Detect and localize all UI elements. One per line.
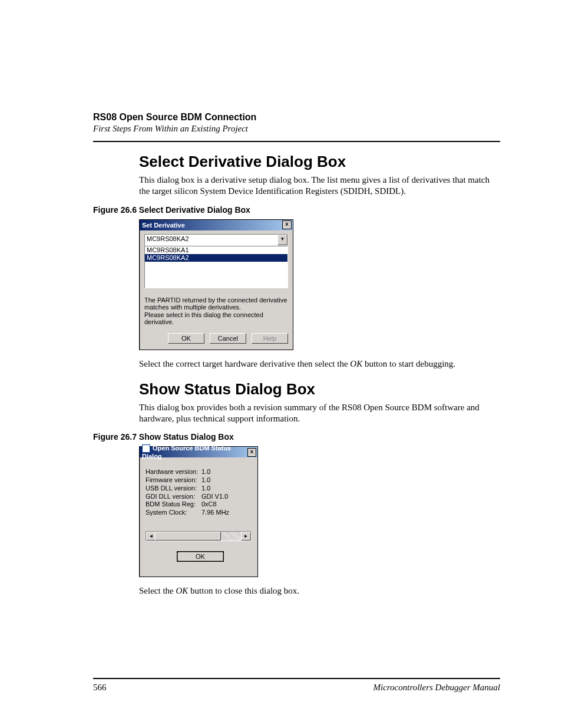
dialog1-message-line1: The PARTID returned by the connected der… — [144, 297, 288, 311]
ok-button[interactable]: OK — [168, 333, 204, 344]
page-number: 566 — [93, 683, 107, 693]
page-footer: 566 Microcontrollers Debugger Manual — [93, 678, 500, 693]
status-value: 1.0 — [201, 476, 210, 485]
status-dialog: Open Source BDM Status Dialog × Hardware… — [139, 446, 258, 577]
dialog2-title-wrap: Open Source BDM Status Dialog — [142, 444, 247, 460]
scroll-thumb[interactable] — [155, 532, 221, 541]
ok-emphasis: OK — [176, 586, 188, 595]
text-run: button to close this dialog box. — [188, 586, 299, 595]
list-item[interactable]: MC9RS08KA1 — [145, 246, 287, 254]
dialog2-title-text: Open Source BDM Status Dialog — [142, 444, 231, 460]
status-value: GDI V1.0 — [201, 493, 228, 501]
dialog1-message-line2: Please select in this dialog the connect… — [144, 311, 288, 326]
section-subtitle: First Steps From Within an Existing Proj… — [93, 124, 500, 134]
text-run: button to start debugging. — [362, 359, 455, 368]
status-label: Hardware version: — [146, 468, 201, 476]
status-row: System Clock:7.96 MHz — [146, 509, 252, 517]
dialog2-titlebar: Open Source BDM Status Dialog × — [140, 447, 257, 457]
header-rule — [93, 141, 500, 142]
section-heading-2: Show Status Dialog Box — [139, 380, 500, 398]
ok-emphasis: OK — [350, 359, 362, 368]
status-label: BDM Status Reg: — [146, 500, 201, 509]
manual-title: Microcontrollers Debugger Manual — [373, 683, 500, 693]
running-header: RS08 Open Source BDM Connection First St… — [93, 112, 500, 134]
status-label: System Clock: — [146, 509, 201, 517]
list-item[interactable]: MC9RS08KA2 — [145, 254, 287, 262]
status-value: 7.96 MHz — [201, 509, 229, 517]
text-run: Select the correct target hardware deriv… — [139, 359, 350, 368]
chapter-title: RS08 Open Source BDM Connection — [93, 112, 500, 123]
dialog1-title-text: Set Derivative — [142, 222, 185, 229]
status-value: 0xC8 — [201, 500, 217, 509]
section2-followup: Select the OK button to close this dialo… — [139, 585, 500, 597]
help-button[interactable]: Help — [252, 333, 288, 344]
cancel-button[interactable]: Cancel — [210, 333, 246, 344]
status-row: Hardware version:1.0 — [146, 468, 252, 476]
status-row: USB DLL version:1.0 — [146, 485, 252, 493]
status-row: BDM Status Reg:0xC8 — [146, 500, 252, 509]
status-info-area: Hardware version:1.0 Firmware version:1.… — [146, 468, 252, 517]
section1-paragraph: This dialog box is a derivative setup di… — [139, 174, 500, 197]
text-run: Select the — [139, 586, 176, 595]
section1-followup: Select the correct target hardware deriv… — [139, 358, 500, 370]
set-derivative-dialog: Set Derivative × MC9RS08KA2 ▼ MC9RS08KA1… — [139, 219, 293, 351]
status-label: GDI DLL version: — [146, 493, 201, 501]
horizontal-scrollbar[interactable]: ◄ ► — [146, 531, 252, 541]
close-icon[interactable]: × — [282, 220, 292, 229]
ok-button[interactable]: OK — [177, 552, 223, 561]
figure-caption-1: Figure 26.6 Select Derivative Dialog Box — [93, 205, 500, 215]
figure-caption-2: Figure 26.7 Show Status Dialog Box — [93, 432, 500, 442]
status-label: Firmware version: — [146, 476, 201, 485]
status-row: Firmware version:1.0 — [146, 476, 252, 485]
dialog1-button-row: OK Cancel Help — [140, 330, 293, 350]
section-heading-1: Select Derivative Dialog Box — [139, 153, 500, 171]
dialog2-button-row: OK — [140, 541, 257, 577]
derivative-combo-field[interactable]: MC9RS08KA2 — [144, 234, 288, 246]
section2-paragraph: This dialog box provides both a revision… — [139, 402, 500, 424]
scroll-right-icon[interactable]: ► — [241, 532, 251, 541]
footer-rule — [93, 678, 500, 679]
derivative-listbox[interactable]: MC9RS08KA1 MC9RS08KA2 — [144, 246, 288, 288]
dialog1-message: The PARTID returned by the connected der… — [144, 297, 288, 327]
page: RS08 Open Source BDM Connection First St… — [0, 0, 562, 728]
app-icon — [142, 444, 150, 453]
status-label: USB DLL version: — [146, 485, 201, 493]
close-icon[interactable]: × — [247, 448, 256, 457]
status-value: 1.0 — [201, 468, 210, 476]
chevron-down-icon[interactable]: ▼ — [277, 235, 287, 245]
dialog1-titlebar: Set Derivative × — [140, 220, 293, 230]
status-row: GDI DLL version:GDI V1.0 — [146, 493, 252, 501]
derivative-combo[interactable]: MC9RS08KA2 ▼ — [144, 234, 288, 246]
status-value: 1.0 — [201, 485, 210, 493]
